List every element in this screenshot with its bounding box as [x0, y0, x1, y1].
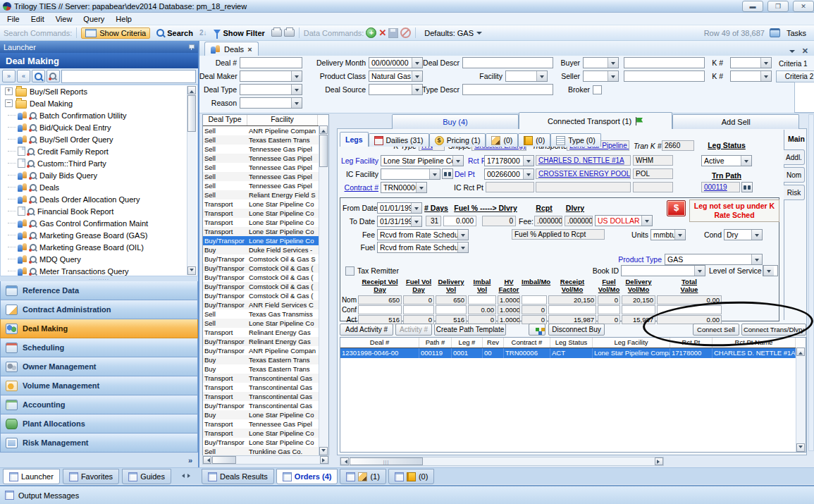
leg-tab[interactable]: Type (0) [550, 133, 601, 147]
to-date-combo[interactable]: 01/31/1999 [377, 216, 422, 227]
main-vscrollbar[interactable] [808, 114, 814, 451]
launcher-bottom-tab[interactable]: Favorites [63, 469, 119, 484]
leg-tab[interactable]: (0) [486, 133, 518, 147]
launcher-filter-input[interactable] [61, 70, 196, 83]
deals-list-row[interactable]: Transport Lone Star Pipeline Co [203, 218, 328, 227]
deals-list-row[interactable]: Transport Transcontinental Gas [203, 392, 328, 401]
seller-combo[interactable] [583, 70, 619, 82]
transport-tab[interactable]: Connected Transport (1) [519, 112, 672, 129]
deals-list-row[interactable]: Sell ANR Pipeline Compan [203, 126, 328, 135]
defaults-dropdown[interactable]: Defaults: GAS [420, 27, 486, 39]
column-header-deal-type[interactable]: Deal Type [203, 115, 247, 125]
nom-cell[interactable]: 650 [436, 295, 467, 305]
clear-find-button[interactable] [47, 70, 60, 82]
result-bottom-tab[interactable]: Orders (4) [276, 469, 338, 484]
deals-list-row[interactable]: Transport Lone Star Pipeline Co [203, 209, 328, 218]
tree-item[interactable]: MDQ Query [1, 253, 197, 265]
column-header[interactable]: Path # [419, 338, 452, 348]
ic-facility-combo[interactable] [381, 168, 440, 180]
rate-button[interactable]: $ [667, 200, 686, 216]
tree-scrollbar[interactable] [187, 86, 197, 275]
deals-list-row[interactable]: Sell Reliant Energy Field S [203, 190, 328, 199]
deals-list-row[interactable]: Buy/Transpor Relinant Energy Gas [203, 337, 328, 346]
connect-trans-dlvry-button[interactable]: Connect Trans/Dlvry [741, 324, 806, 336]
scroll-tabs-right-icon[interactable] [187, 474, 192, 478]
deal-type-combo[interactable] [240, 84, 302, 95]
deals-list-hscrollbar[interactable] [202, 455, 329, 465]
tree-item[interactable]: Batch Confirmation Utility [1, 109, 197, 121]
cond-combo[interactable]: Dry [724, 229, 763, 240]
deals-list-row[interactable]: Buy Duke Field Services - [203, 245, 328, 254]
restore-button[interactable]: ❐ [767, 1, 789, 12]
tab-deals[interactable]: Deals × [204, 42, 259, 56]
tasks-button[interactable]: Tasks [782, 27, 810, 39]
book-id-combo[interactable] [621, 265, 705, 276]
reason-combo[interactable] [240, 97, 302, 109]
deal-source-combo[interactable] [369, 84, 423, 95]
menu-item[interactable]: View [50, 13, 78, 25]
add-activity-button[interactable]: Add Activity # [340, 324, 393, 336]
tree-item[interactable]: Financial Book Report [1, 205, 197, 217]
deals-list-row[interactable]: Buy/Transpor ANR Pipeline Compan [203, 346, 328, 355]
sidebar-section-button[interactable]: Reference Data [0, 281, 198, 300]
result-bottom-tab[interactable]: Deals Results [202, 469, 274, 484]
nom-cell[interactable]: 650 [358, 295, 402, 305]
broker-checkbox[interactable] [593, 85, 602, 94]
menu-item[interactable]: Query [78, 13, 110, 25]
side-tab-main[interactable]: Main [788, 134, 805, 145]
tree-item[interactable]: Daily Bids Query [1, 169, 197, 181]
path-tool-button[interactable] [529, 324, 545, 336]
deals-list-row[interactable]: Buy/Transpor Comstock Oil & Gas ( [203, 291, 328, 300]
deals-list-row[interactable]: Buy/Transpor Lone Star Pipeline Co [203, 236, 328, 245]
fee-sched-combo[interactable]: Rcvd from Rate Schedule [377, 229, 469, 240]
contract-label[interactable]: Contract # [340, 183, 378, 193]
tree-item[interactable]: Deals Order Allocation Query [1, 193, 197, 205]
menu-item[interactable]: File [1, 13, 25, 25]
binoculars-icon[interactable] [741, 182, 753, 192]
deal-descr-input[interactable] [462, 57, 553, 68]
find-button[interactable] [32, 70, 45, 82]
deals-list-row[interactable]: Transport Tennessee Gas Pipel [203, 419, 328, 429]
launcher-bottom-tab[interactable]: Launcher [3, 469, 60, 484]
pin-icon[interactable] [189, 44, 195, 50]
deals-list-row[interactable]: Sell Tennessee Gas Pipel [203, 145, 328, 154]
deals-list-row[interactable]: Buy Texas Eastern Trans [203, 364, 328, 374]
expand-all-button[interactable]: » [2, 70, 16, 82]
side-tab[interactable]: Addl. [784, 149, 805, 165]
column-header[interactable]: Rct Pt [670, 338, 713, 348]
column-header[interactable]: Leg Status [550, 338, 593, 348]
sidebar-section-button[interactable]: Scheduling [0, 338, 198, 357]
nom-cell[interactable] [468, 295, 496, 305]
tab-list-dropdown-icon[interactable] [789, 50, 795, 56]
fee-rcpt-value[interactable]: .000000 [534, 216, 562, 226]
delete-record-icon[interactable]: ✕ [378, 28, 386, 37]
seller-name-input[interactable] [624, 70, 705, 82]
trn-path-link[interactable]: 000119 [701, 182, 740, 192]
conf-cell[interactable] [358, 305, 402, 314]
sidebar-section-button[interactable]: Volume Management [0, 376, 198, 395]
sidebar-section-button[interactable]: Contract Administration [0, 300, 198, 319]
minimize-button[interactable]: ▬ [742, 1, 763, 12]
column-header[interactable]: Contract # [504, 338, 550, 348]
deals-list-row[interactable]: Buy/Transpor Lone Star Pipeline Co [203, 438, 328, 447]
expand-icon[interactable]: + [5, 87, 13, 95]
create-path-template-button[interactable]: Create Path Template [434, 324, 506, 336]
deals-list-row[interactable]: Sell Tennessee Gas Pipel [203, 154, 328, 163]
deals-list-row[interactable]: Transport Lone Star Pipeline Co [203, 429, 328, 438]
deals-list-row[interactable]: Transport Lone Star Pipeline Co [203, 199, 328, 209]
collapse-icon[interactable]: – [5, 99, 13, 107]
deals-list-row[interactable]: Buy/Transpor Comstock Oil & Gas ( [203, 273, 328, 282]
splitter-handle[interactable]: ......... [0, 276, 198, 281]
show-filter-button[interactable]: Show Filter [209, 27, 269, 39]
close-document-icon[interactable]: ✕ [802, 47, 808, 56]
binoculars-icon[interactable] [442, 168, 453, 179]
tree-item[interactable]: Bid/Quick Deal Entry [1, 121, 197, 133]
side-tab[interactable]: Risk [784, 185, 805, 200]
conf-cell[interactable] [436, 305, 467, 314]
print-icon[interactable] [271, 29, 282, 37]
deal-number-input[interactable] [240, 57, 302, 68]
criteria1-tab[interactable]: Criteria 1 [779, 59, 813, 70]
k1-combo[interactable] [730, 57, 772, 68]
facility-combo[interactable] [505, 70, 548, 82]
deals-list-row[interactable]: Buy/Transpor Comstock Oil & Gas S [203, 254, 328, 264]
